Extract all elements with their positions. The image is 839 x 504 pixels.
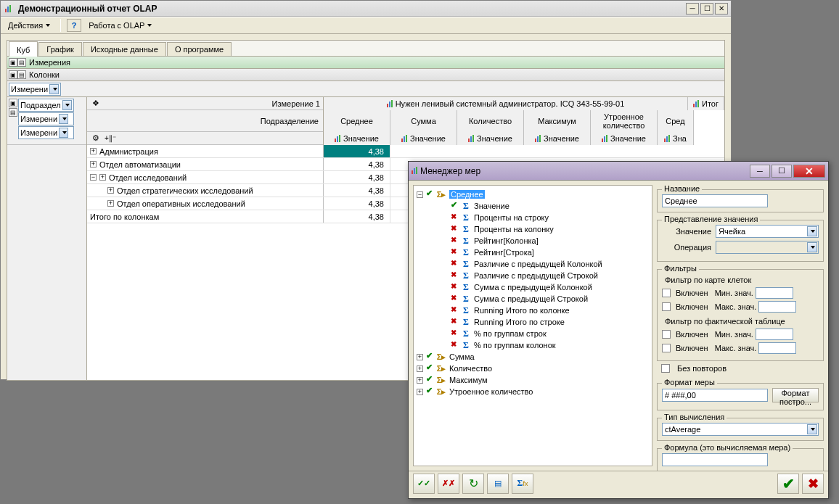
cell-value[interactable]: 4,38: [324, 184, 390, 197]
collapse-all-icon[interactable]: ▤: [17, 58, 26, 67]
expand-icons[interactable]: +∥⁻: [105, 134, 116, 142]
col-kolichestvo[interactable]: Количество: [457, 110, 524, 132]
cell-value[interactable]: 4,38: [324, 158, 390, 170]
tree-node[interactable]: ΣРейтинг[Строка]: [417, 247, 649, 258]
refresh-button[interactable]: ↻: [462, 474, 484, 494]
check-off-icon[interactable]: [451, 271, 459, 280]
expand-icon[interactable]: +: [107, 200, 114, 207]
dimension-combo[interactable]: Измерени: [9, 83, 61, 96]
fact-enabled-check[interactable]: [662, 330, 671, 339]
value-select[interactable]: Ячейка: [716, 225, 819, 238]
tree-expander-icon[interactable]: +: [417, 365, 423, 372]
close-button[interactable]: ✕: [715, 3, 728, 15]
format-input[interactable]: [662, 389, 768, 402]
tree-node[interactable]: ΣСумма с предыдущей Строкой: [417, 293, 649, 305]
format-builder-button[interactable]: Формат постро...: [772, 388, 819, 402]
map-enabled-check2[interactable]: [662, 302, 671, 311]
fact-enabled-check2[interactable]: [662, 344, 671, 352]
map-max-input[interactable]: [758, 301, 796, 313]
izmer-combo-2[interactable]: Измерени: [18, 126, 74, 139]
tree-node[interactable]: ΣРазличие с предыдущей Колонкой: [417, 258, 649, 270]
cell-value[interactable]: 4,38: [324, 210, 390, 223]
expand-icon[interactable]: +: [90, 161, 97, 168]
check-on-icon[interactable]: [426, 352, 435, 361]
operation-select[interactable]: [716, 241, 819, 254]
col-maksimum[interactable]: Максимум: [524, 110, 591, 132]
tree-node[interactable]: +Σ▸Утроенное количество: [417, 386, 649, 397]
expand-all-icon[interactable]: ▣: [9, 58, 17, 67]
expand-cols-icon[interactable]: ▣: [9, 70, 17, 79]
col-utroennoe[interactable]: Утроенное количество: [591, 110, 658, 132]
tab-chart[interactable]: График: [38, 42, 82, 56]
collapse-rows-icon[interactable]: ▤: [9, 108, 17, 117]
cell-value[interactable]: 4,38: [324, 171, 390, 183]
work-with-olap-menu[interactable]: Работа с OLAP: [84, 20, 156, 31]
col-srednee[interactable]: Среднее: [324, 110, 390, 132]
collapse-cols-icon[interactable]: ▤: [17, 70, 26, 79]
tree-expander-icon[interactable]: −: [417, 191, 423, 198]
formula-fx-button[interactable]: Σfx: [512, 474, 533, 494]
check-off-icon[interactable]: [451, 341, 459, 350]
cube-config-icon[interactable]: ❖: [90, 98, 102, 110]
name-input[interactable]: [662, 194, 768, 207]
tree-node[interactable]: ΣЗначение: [417, 200, 649, 212]
check-on-icon[interactable]: [426, 190, 435, 199]
no-repeat-check[interactable]: [661, 364, 670, 373]
dialog-minimize-button[interactable]: ─: [750, 165, 770, 178]
expand-icon[interactable]: +: [99, 174, 106, 181]
tree-node[interactable]: ΣRunning Итого по колонке: [417, 305, 649, 316]
check-off-icon[interactable]: [451, 248, 459, 257]
check-off-icon[interactable]: [451, 318, 459, 326]
cell-value[interactable]: 4,38: [324, 145, 390, 157]
check-on-icon[interactable]: [426, 376, 435, 384]
tree-node[interactable]: ΣПроценты на строку: [417, 212, 649, 223]
titlebar[interactable]: Демонстрационный отчет OLAP ─ ☐ ✕: [1, 1, 731, 17]
map-min-input[interactable]: [756, 287, 793, 299]
tree-expander-icon[interactable]: +: [417, 377, 423, 384]
table-row[interactable]: +Администрация4,38: [87, 145, 724, 158]
measures-tree[interactable]: −Σ▸СреднееΣЗначениеΣПроценты на строкуΣП…: [413, 185, 652, 466]
expand-icon[interactable]: −: [90, 174, 97, 181]
col-sred[interactable]: Сред: [658, 110, 694, 132]
maximize-button[interactable]: ☐: [700, 3, 713, 15]
expand-rows-icon[interactable]: ▣: [9, 99, 17, 107]
formula-input[interactable]: [662, 453, 768, 466]
col-summa[interactable]: Сумма: [390, 110, 457, 132]
dialog-close-button[interactable]: ✕: [793, 165, 825, 178]
map-enabled-check[interactable]: [662, 289, 671, 297]
ok-button[interactable]: [777, 474, 799, 494]
tree-node[interactable]: ΣRunning Итого по строке: [417, 316, 649, 328]
tree-node[interactable]: Σ% по группам колонок: [417, 339, 649, 351]
tree-node[interactable]: Σ% по группам строк: [417, 328, 649, 339]
check-off-icon[interactable]: [451, 260, 459, 268]
tree-node[interactable]: ΣСумма с предыдущей Колонкой: [417, 281, 649, 293]
check-on-icon[interactable]: [426, 387, 435, 396]
expand-icon[interactable]: +: [90, 148, 97, 154]
minimize-button[interactable]: ─: [686, 3, 699, 15]
check-off-icon[interactable]: [451, 213, 459, 222]
remove-check-button[interactable]: ✗✗: [438, 474, 459, 494]
check-on-icon[interactable]: [426, 364, 435, 373]
tree-node[interactable]: ΣПроценты на колонку: [417, 223, 649, 235]
calc-type-select[interactable]: ctAverage: [662, 423, 819, 436]
help-button[interactable]: ?: [67, 19, 81, 32]
check-off-icon[interactable]: [451, 225, 459, 234]
fact-min-input[interactable]: [756, 329, 793, 340]
check-off-icon[interactable]: [451, 294, 459, 303]
gear-icon[interactable]: ⚙: [90, 133, 102, 144]
tree-expander-icon[interactable]: +: [417, 354, 423, 360]
dialog-titlebar[interactable]: Менеджер мер ─ ☐ ✕: [409, 162, 828, 181]
check-off-icon[interactable]: [451, 283, 459, 292]
cancel-button[interactable]: [802, 474, 824, 494]
add-check-button[interactable]: ✓✓: [413, 474, 435, 494]
tab-source-data[interactable]: Исходные данные: [83, 42, 166, 56]
tree-node[interactable]: −Σ▸Среднее: [417, 189, 649, 200]
izmer-combo-1[interactable]: Измерени: [18, 112, 74, 125]
actions-menu[interactable]: Действия: [4, 20, 54, 31]
check-off-icon[interactable]: [451, 306, 459, 315]
cell-value[interactable]: 4,38: [324, 197, 390, 210]
check-off-icon[interactable]: [451, 329, 459, 338]
podrazdel-combo[interactable]: Подраздел: [18, 99, 74, 112]
tab-cube[interactable]: Куб: [9, 41, 38, 57]
tree-node[interactable]: +Σ▸Максимум: [417, 374, 649, 386]
